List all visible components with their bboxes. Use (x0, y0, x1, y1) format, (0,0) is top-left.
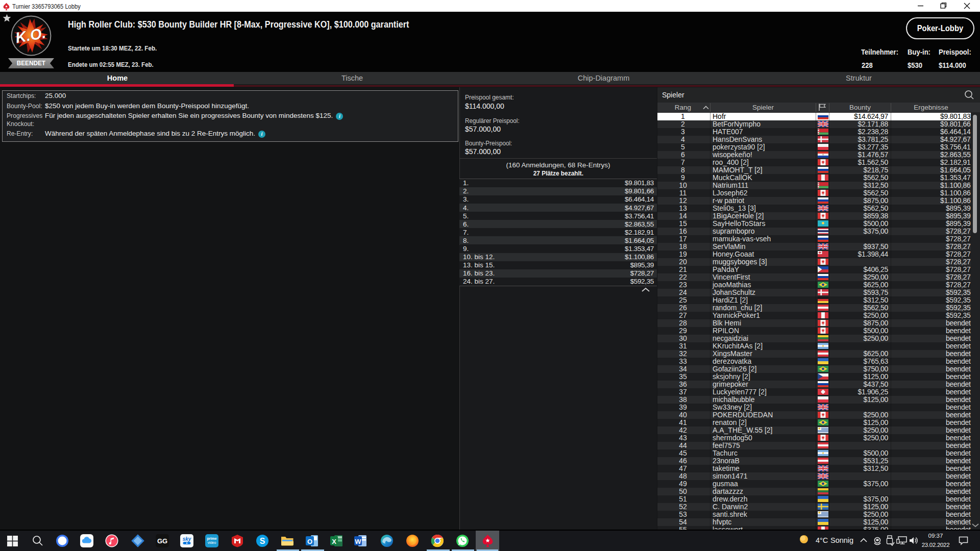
svg-text:video: video (208, 541, 216, 544)
svg-text:X: X (332, 538, 336, 545)
svg-text:W: W (355, 538, 361, 545)
svg-text:O: O (307, 538, 312, 545)
svg-text:sky: sky (183, 536, 191, 542)
svg-text:S: S (260, 537, 265, 545)
svg-text:prime: prime (207, 537, 216, 541)
svg-text:GG: GG (157, 537, 167, 545)
